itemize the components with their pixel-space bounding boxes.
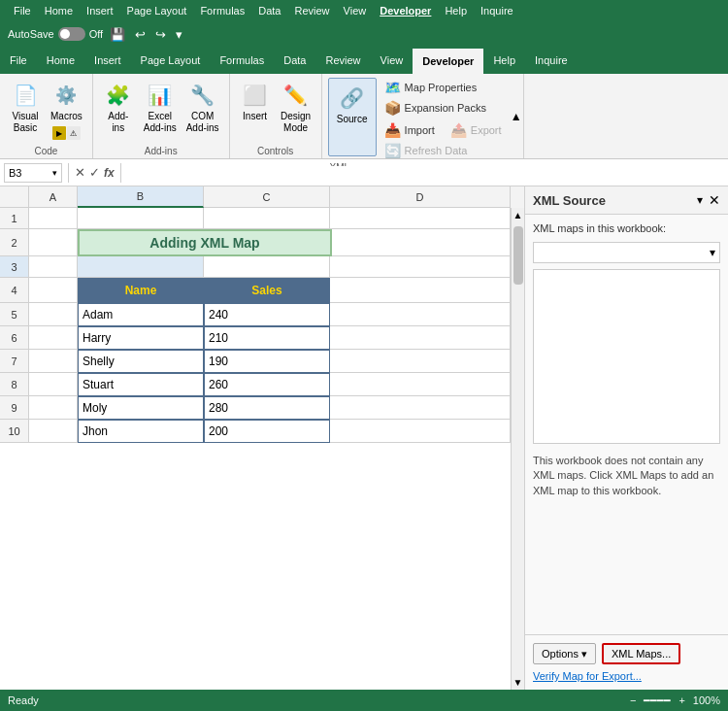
cell-d9[interactable]	[330, 396, 511, 420]
cell-b9[interactable]: Moly	[78, 396, 204, 420]
cell-ref-dropdown-icon[interactable]: ▾	[52, 168, 57, 178]
cell-c7[interactable]: 190	[204, 350, 330, 373]
cell-c8[interactable]: 260	[204, 373, 330, 396]
status-zoom-slider[interactable]: ━━━━	[644, 694, 671, 707]
tab-pagelayout[interactable]: Page Layout	[131, 47, 211, 74]
menu-developer[interactable]: Developer	[374, 3, 437, 18]
cell-b2[interactable]: Adding XML Map	[78, 229, 332, 256]
col-header-c[interactable]: C	[204, 186, 330, 208]
refresh-data-btn[interactable]: 🔄 Refresh Data	[381, 141, 506, 160]
expansion-packs-btn[interactable]: 📦 Expansion Packs	[381, 98, 506, 118]
cell-a4[interactable]	[29, 278, 78, 303]
menu-data[interactable]: Data	[252, 3, 286, 18]
formula-input[interactable]	[127, 166, 724, 180]
customize-icon[interactable]: ▾	[173, 25, 185, 44]
tab-developer[interactable]: Developer	[413, 47, 483, 74]
autosave-toggle[interactable]: AutoSave Off	[8, 27, 103, 41]
tab-home[interactable]: Home	[37, 47, 84, 74]
row-header-8[interactable]: 8	[0, 373, 29, 396]
menu-help[interactable]: Help	[439, 3, 473, 18]
cell-d1[interactable]	[330, 208, 511, 229]
map-properties-btn[interactable]: 🗺️ Map Properties	[381, 78, 506, 97]
row-header-1[interactable]: 1	[0, 208, 29, 229]
col-header-a[interactable]: A	[29, 186, 78, 208]
cell-c9[interactable]: 280	[204, 396, 330, 420]
cell-c3[interactable]	[204, 256, 330, 278]
import-btn[interactable]: 📥 Import	[381, 120, 439, 140]
tab-view[interactable]: View	[371, 47, 414, 74]
row-header-2[interactable]: 2	[0, 229, 29, 256]
cell-a1[interactable]	[29, 208, 78, 229]
cell-a7[interactable]	[29, 350, 78, 373]
save-icon[interactable]: 💾	[107, 25, 128, 44]
row-header-4[interactable]: 4	[0, 278, 29, 303]
xml-group-collapse[interactable]: ▲	[510, 74, 523, 158]
tab-help[interactable]: Help	[483, 47, 525, 74]
tab-review[interactable]: Review	[315, 47, 370, 74]
row-header-10[interactable]: 10	[0, 420, 29, 443]
cell-d10[interactable]	[330, 420, 511, 443]
cell-d2[interactable]	[332, 229, 511, 256]
cell-b3[interactable]	[78, 256, 204, 278]
cell-b5[interactable]: Adam	[78, 303, 204, 326]
cell-d8[interactable]	[330, 373, 511, 396]
tab-file[interactable]: File	[0, 47, 37, 74]
xml-maps-dropdown[interactable]: ▾	[533, 242, 720, 263]
cell-d3[interactable]	[330, 256, 511, 278]
menu-formulas[interactable]: Formulas	[194, 3, 250, 18]
macros-btn[interactable]: ⚙️ Macros	[47, 78, 86, 124]
status-zoom-out[interactable]: −	[630, 694, 636, 706]
row-header-5[interactable]: 5	[0, 303, 29, 326]
cell-c1[interactable]	[204, 208, 330, 229]
cancel-formula-icon[interactable]: ✕	[75, 165, 85, 180]
scroll-up-btn[interactable]: ▲	[512, 208, 524, 222]
addins-btn[interactable]: 🧩 Add-ins	[99, 78, 138, 136]
cell-b7[interactable]: Shelly	[78, 350, 204, 373]
xml-panel-dropdown-icon[interactable]: ▾	[697, 193, 703, 207]
status-zoom-in[interactable]: +	[678, 694, 684, 706]
tab-data[interactable]: Data	[274, 47, 315, 74]
row-header-7[interactable]: 7	[0, 350, 29, 373]
cell-c10[interactable]: 200	[204, 420, 330, 443]
insert-control-btn[interactable]: ⬜ Insert	[236, 78, 275, 124]
menu-view[interactable]: View	[338, 3, 373, 18]
tab-insert[interactable]: Insert	[84, 47, 131, 74]
cell-b4[interactable]: Name	[78, 278, 204, 303]
cell-c4[interactable]: Sales	[204, 278, 330, 303]
menu-review[interactable]: Review	[288, 3, 335, 18]
tab-inquire[interactable]: Inquire	[525, 47, 578, 74]
xml-panel-close-icon[interactable]: ✕	[709, 192, 720, 208]
menu-insert[interactable]: Insert	[81, 3, 119, 18]
visual-basic-btn[interactable]: 📄 VisualBasic	[6, 78, 45, 136]
cell-a3[interactable]	[29, 256, 78, 278]
scroll-thumb[interactable]	[513, 226, 523, 285]
col-header-b[interactable]: B	[78, 186, 204, 208]
col-header-d[interactable]: D	[330, 186, 511, 208]
cell-a2[interactable]	[29, 229, 78, 256]
row-header-6[interactable]: 6	[0, 326, 29, 350]
xml-maps-btn[interactable]: XML Maps...	[602, 643, 680, 664]
row-header-3[interactable]: 3	[0, 256, 29, 278]
undo-icon[interactable]: ↩	[132, 25, 149, 44]
menu-pagelayout[interactable]: Page Layout	[121, 3, 193, 18]
insert-function-icon[interactable]: fx	[104, 166, 115, 180]
redo-icon[interactable]: ↪	[152, 25, 169, 44]
cell-b6[interactable]: Harry	[78, 326, 204, 350]
menu-home[interactable]: Home	[39, 3, 79, 18]
excel-addins-btn[interactable]: 📊 ExcelAdd-ins	[140, 78, 181, 136]
cell-a6[interactable]	[29, 326, 78, 350]
cell-b10[interactable]: Jhon	[78, 420, 204, 443]
cell-b1[interactable]	[78, 208, 204, 229]
cell-d6[interactable]	[330, 326, 511, 350]
cell-a9[interactable]	[29, 396, 78, 420]
cell-d5[interactable]	[330, 303, 511, 326]
cell-b8[interactable]: Stuart	[78, 373, 204, 396]
verify-map-link[interactable]: Verify Map for Export...	[533, 670, 720, 682]
menu-inquire[interactable]: Inquire	[475, 3, 519, 18]
cell-ref-box[interactable]: B3 ▾	[4, 163, 62, 183]
confirm-formula-icon[interactable]: ✓	[89, 165, 100, 180]
scroll-down-btn[interactable]: ▼	[512, 675, 524, 690]
cell-d4[interactable]	[330, 278, 511, 303]
options-btn[interactable]: Options ▾	[533, 643, 596, 664]
cell-d7[interactable]	[330, 350, 511, 373]
